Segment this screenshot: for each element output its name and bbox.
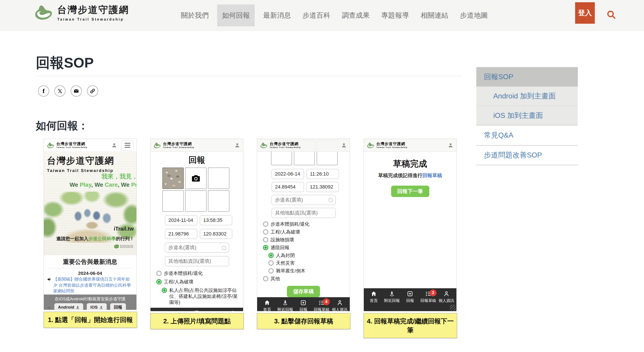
radio-option: 天然災害 <box>268 260 350 266</box>
title-divider <box>36 76 462 76</box>
step-1: 台灣步道守護網 Taiwan Trail Stewardship 台灣步道守護網… <box>44 139 137 328</box>
sidebar-item-ios-home-screen[interactable]: iOS 加到主畫面 <box>476 106 578 125</box>
banner-slogan-en: We Play, We Care, We Pr <box>70 181 136 188</box>
report-form-title: 回報 <box>150 154 243 166</box>
nav-item-how-to-report[interactable]: 如何回報 <box>217 4 255 26</box>
news-heading: 重要公告與最新消息 <box>44 258 136 266</box>
person-outline-icon <box>230 310 236 311</box>
share-facebook-button[interactable]: f <box>38 86 49 96</box>
step-3-screenshot: 台灣步道守護網 Taiwan Trail Stewardship 2022-06… <box>257 139 350 311</box>
radio-unselected-icon <box>156 270 162 276</box>
nav-item-news[interactable]: 最新消息 <box>260 4 294 26</box>
photo-upload-grid <box>162 168 231 212</box>
home-icon <box>157 310 164 311</box>
radio-option: 人為封閉 <box>268 252 350 258</box>
photo-thumbnail <box>162 168 184 189</box>
radio-option: 其他 <box>263 276 350 282</box>
nav-item-trail-wiki[interactable]: 步道百科 <box>300 4 334 26</box>
sidebar-item-faq[interactable]: 常見Q&A <box>476 125 578 145</box>
banner-slogan-zh: 我來，我見， <box>102 172 136 180</box>
megaphone-icon <box>47 277 52 282</box>
radio-unselected-icon <box>263 222 268 227</box>
radio-selected-icon <box>263 245 268 250</box>
sidebar-item-report-sop[interactable]: 回報SOP <box>476 67 578 86</box>
save-draft-button: 儲存草稿 <box>287 286 320 297</box>
time-field: 13:58:35 <box>200 215 232 226</box>
site-logo[interactable]: 台灣步道守護網 Taiwan Trail Stewardship <box>34 4 129 22</box>
phone3-header: 台灣步道守護網 Taiwan Trail Stewardship <box>257 139 350 152</box>
step-4: 台灣步道守護網 Taiwan Trail Stewardship 草稿完成 草稿… <box>364 139 457 338</box>
tab-nearby-reports: 附近回報 <box>383 290 400 311</box>
nav-item-links[interactable]: 相關連結 <box>418 4 452 26</box>
nav-item-survey-results[interactable]: 調查成果 <box>339 4 373 26</box>
draft-count-badge: 4 <box>323 298 330 305</box>
download-icon <box>99 306 103 309</box>
x-icon: 𝕏 <box>58 88 62 94</box>
resize-grip <box>450 304 456 310</box>
radio-selected-icon <box>156 279 162 284</box>
share-link-button[interactable] <box>87 86 98 96</box>
tab-nearby-reports: 附近回報 <box>276 300 294 311</box>
date-field: 2022-06-14 <box>272 169 304 179</box>
brand-mountain-icon <box>47 142 54 149</box>
step-2-screenshot: 台灣步道守護網 Taiwan Trail Stewardship 回報 <box>150 139 243 311</box>
user-icon <box>234 142 240 148</box>
page: 台灣步道守護網 Taiwan Trail Stewardship 關於我們 如何… <box>0 0 644 352</box>
radio-selected-icon <box>268 253 274 258</box>
spinner-icon <box>222 246 226 250</box>
phone-brand-en: Taiwan Trail Stewardship <box>56 146 88 148</box>
phone1-header: 台灣步道守護網 Taiwan Trail Stewardship <box>44 139 136 152</box>
search-icon[interactable] <box>606 10 616 20</box>
home-icon <box>264 300 270 306</box>
step-4-caption: 4. 回報草稿完成/繼續回報下一筆 <box>364 313 457 338</box>
hamburger-menu-icon <box>122 140 134 150</box>
phone-tabbar: 首頁 附近回報 回報 回報草稿 4 <box>257 297 350 311</box>
nav-item-about[interactable]: 關於我們 <box>178 4 212 26</box>
association-logo <box>114 244 133 248</box>
nav-item-features[interactable]: 專題報導 <box>378 4 412 26</box>
download-icon <box>76 306 80 309</box>
sidebar-nav: 回報SOP Android 加到主畫面 iOS 加到主畫面 常見Q&A 步道問題… <box>476 67 578 165</box>
envelope-icon <box>74 88 79 94</box>
step-3-caption: 3. 點擊儲存回報草稿 <box>257 313 350 329</box>
radio-option: 步道本體損耗/退化 <box>263 221 350 227</box>
plus-square-icon <box>407 290 413 297</box>
install-app-bar: 在iOS或Android行動裝置安裝步道守護 Android iOS 回報 <box>44 294 136 310</box>
phone-tabbar: 首頁 附近回報 回報 回報草稿 3 <box>364 288 456 311</box>
tab-report: 回報 <box>295 300 312 311</box>
step-4-screenshot: 台灣步道守護網 Taiwan Trail Stewardship 草稿完成 草稿… <box>364 139 456 311</box>
radio-option: 工程/人為破壞 <box>156 279 243 285</box>
issue-type-radios: 步道本體損耗/退化 工程/人為破壞 私人占用(占用公共設施如涼亭佔位、搭建私人設… <box>156 270 243 308</box>
sidebar-item-improvement-sop[interactable]: 步道問題改善SOP <box>476 145 578 165</box>
brand-name-en: Taiwan Trail Stewardship <box>57 18 129 22</box>
page-title: 回報SOP <box>36 53 94 72</box>
radio-option: 通阻回報 <box>263 245 350 251</box>
person-pin-icon <box>282 300 288 306</box>
nav-item-trail-map[interactable]: 步道地圖 <box>457 4 491 26</box>
radio-unselected-icon <box>268 260 274 266</box>
brand-name-zh: 台灣步道守護網 <box>57 4 129 16</box>
empty-photo-slot <box>185 190 206 212</box>
other-location-field: 其他地點資訊(選填) <box>165 256 229 266</box>
tab-profile: 個人資訊 <box>224 310 242 311</box>
camera-icon <box>191 173 201 184</box>
brand-mountain-icon <box>260 142 268 149</box>
android-install-button: Android <box>54 303 84 310</box>
sidebar-item-android-home-screen[interactable]: Android 加到主畫面 <box>476 86 578 106</box>
phone1-banner: 台灣步道守護網 Taiwan Trail Stewardship 我來，我見， … <box>44 152 136 255</box>
checklist-icon <box>212 310 218 311</box>
section-heading: 如何回報： <box>36 119 88 133</box>
step-2: 台灣步道守護網 Taiwan Trail Stewardship 回報 <box>150 139 244 329</box>
longitude-field: 120.83302 <box>200 229 232 239</box>
radio-option: 設施物損壞 <box>263 237 350 243</box>
issue-type-radios: 步道本體損耗/退化 工程/人為破壞 設施物損壞 通阻回報 人為封閉 天然災害 雜… <box>263 221 350 283</box>
link-icon <box>90 88 95 94</box>
person-pin-icon <box>389 290 395 297</box>
latitude-field: 21.98796 <box>165 229 198 239</box>
login-button[interactable]: 登入 <box>575 2 595 24</box>
share-email-button[interactable] <box>71 86 82 96</box>
share-row: f 𝕏 <box>38 86 98 96</box>
news-date: 2024-06-04 <box>44 270 136 276</box>
radio-option: 工程/人為破壞 <box>263 229 350 235</box>
share-x-button[interactable]: 𝕏 <box>54 86 66 96</box>
